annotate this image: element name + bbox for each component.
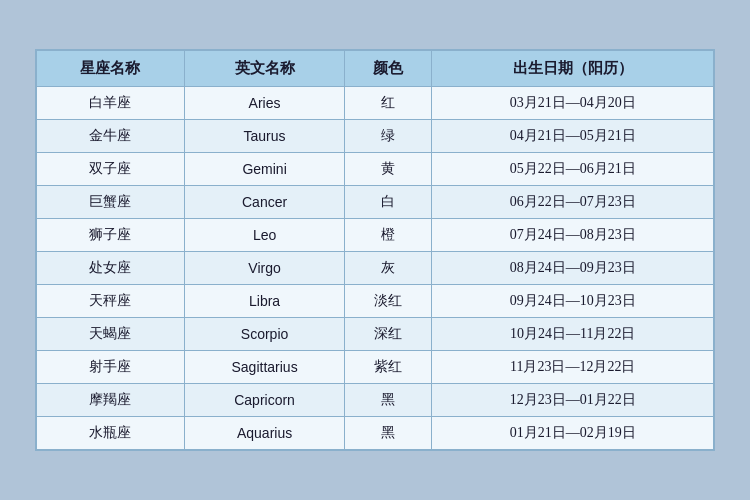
table-row: 双子座Gemini黄05月22日—06月21日 [37, 153, 714, 186]
table-row: 狮子座Leo橙07月24日—08月23日 [37, 219, 714, 252]
cell-en-name: Libra [184, 285, 344, 318]
cell-color: 紫红 [345, 351, 432, 384]
cell-date: 05月22日—06月21日 [432, 153, 714, 186]
cell-zh-name: 摩羯座 [37, 384, 185, 417]
cell-en-name: Scorpio [184, 318, 344, 351]
cell-en-name: Sagittarius [184, 351, 344, 384]
header-color: 颜色 [345, 51, 432, 87]
zodiac-table: 星座名称 英文名称 颜色 出生日期（阳历） 白羊座Aries红03月21日—04… [36, 50, 714, 450]
cell-zh-name: 狮子座 [37, 219, 185, 252]
cell-color: 深红 [345, 318, 432, 351]
cell-zh-name: 白羊座 [37, 87, 185, 120]
cell-date: 10月24日—11月22日 [432, 318, 714, 351]
cell-en-name: Aries [184, 87, 344, 120]
cell-color: 白 [345, 186, 432, 219]
cell-en-name: Capricorn [184, 384, 344, 417]
table-row: 白羊座Aries红03月21日—04月20日 [37, 87, 714, 120]
table-row: 摩羯座Capricorn黑12月23日—01月22日 [37, 384, 714, 417]
table-row: 天秤座Libra淡红09月24日—10月23日 [37, 285, 714, 318]
cell-date: 03月21日—04月20日 [432, 87, 714, 120]
table-row: 天蝎座Scorpio深红10月24日—11月22日 [37, 318, 714, 351]
table-row: 处女座Virgo灰08月24日—09月23日 [37, 252, 714, 285]
cell-color: 黑 [345, 384, 432, 417]
cell-en-name: Aquarius [184, 417, 344, 450]
cell-date: 04月21日—05月21日 [432, 120, 714, 153]
cell-date: 11月23日—12月22日 [432, 351, 714, 384]
table-row: 射手座Sagittarius紫红11月23日—12月22日 [37, 351, 714, 384]
cell-color: 灰 [345, 252, 432, 285]
cell-en-name: Virgo [184, 252, 344, 285]
cell-date: 06月22日—07月23日 [432, 186, 714, 219]
cell-en-name: Leo [184, 219, 344, 252]
header-en-name: 英文名称 [184, 51, 344, 87]
cell-color: 黄 [345, 153, 432, 186]
cell-date: 01月21日—02月19日 [432, 417, 714, 450]
cell-zh-name: 射手座 [37, 351, 185, 384]
cell-zh-name: 水瓶座 [37, 417, 185, 450]
cell-zh-name: 天蝎座 [37, 318, 185, 351]
table-row: 金牛座Taurus绿04月21日—05月21日 [37, 120, 714, 153]
table-row: 巨蟹座Cancer白06月22日—07月23日 [37, 186, 714, 219]
cell-en-name: Taurus [184, 120, 344, 153]
cell-color: 橙 [345, 219, 432, 252]
cell-en-name: Gemini [184, 153, 344, 186]
cell-zh-name: 金牛座 [37, 120, 185, 153]
cell-zh-name: 巨蟹座 [37, 186, 185, 219]
cell-date: 09月24日—10月23日 [432, 285, 714, 318]
cell-color: 红 [345, 87, 432, 120]
cell-date: 08月24日—09月23日 [432, 252, 714, 285]
cell-zh-name: 双子座 [37, 153, 185, 186]
cell-color: 淡红 [345, 285, 432, 318]
cell-date: 12月23日—01月22日 [432, 384, 714, 417]
zodiac-table-container: 星座名称 英文名称 颜色 出生日期（阳历） 白羊座Aries红03月21日—04… [35, 49, 715, 451]
header-zh-name: 星座名称 [37, 51, 185, 87]
cell-date: 07月24日—08月23日 [432, 219, 714, 252]
cell-color: 绿 [345, 120, 432, 153]
cell-color: 黑 [345, 417, 432, 450]
cell-zh-name: 处女座 [37, 252, 185, 285]
cell-zh-name: 天秤座 [37, 285, 185, 318]
table-row: 水瓶座Aquarius黑01月21日—02月19日 [37, 417, 714, 450]
table-header-row: 星座名称 英文名称 颜色 出生日期（阳历） [37, 51, 714, 87]
cell-en-name: Cancer [184, 186, 344, 219]
header-date: 出生日期（阳历） [432, 51, 714, 87]
